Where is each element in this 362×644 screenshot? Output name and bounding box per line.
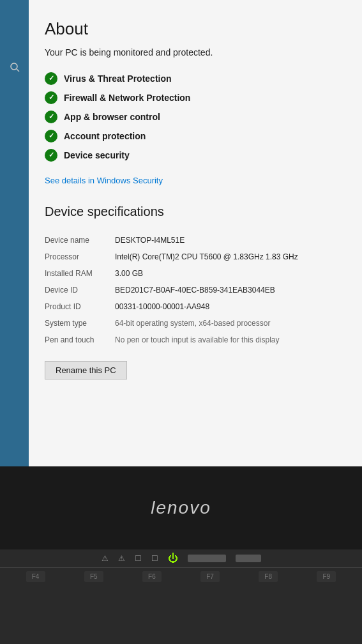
- security-item-label: Firewall & Network Protection: [64, 93, 190, 103]
- security-item-label: Device security: [64, 150, 130, 160]
- lenovo-logo: lenovo: [151, 498, 211, 518]
- function-keys-row: F4 F5 F6 F7 F8 F9: [0, 567, 362, 585]
- spec-label: Processor: [45, 249, 115, 265]
- check-icon-firewall: [45, 91, 57, 104]
- status-pill-1: [188, 555, 226, 562]
- check-icon-device: [45, 149, 57, 162]
- spec-label: Product ID: [45, 298, 115, 315]
- page-title: About: [45, 19, 346, 39]
- spec-value: DESKTOP-I4ML51E: [115, 232, 346, 249]
- key-f9[interactable]: F9: [317, 571, 336, 582]
- table-row: Installed RAM 3.00 GB: [45, 265, 346, 282]
- list-item: App & browser control: [45, 111, 346, 123]
- check-icon-virus: [45, 72, 57, 85]
- power-icon: ⏻: [168, 553, 178, 564]
- spec-label: Pen and touch: [45, 332, 115, 348]
- security-item-label: Account protection: [64, 131, 146, 141]
- warning-icon-2: ⚠: [118, 554, 125, 563]
- security-item-label: App & browser control: [64, 112, 160, 122]
- spec-value: 64-bit operating system, x64-based proce…: [115, 315, 346, 332]
- list-item: Account protection: [45, 130, 346, 142]
- status-pill-2: [236, 555, 261, 562]
- keyboard-area: ⚠ ⚠ ☐ ☐ ⏻ F4 F5 F6 F7 F8 F9: [0, 549, 362, 644]
- display-icon-2: ☐: [151, 554, 158, 563]
- see-details-link[interactable]: See details in Windows Security: [45, 176, 163, 185]
- list-item: Firewall & Network Protection: [45, 91, 346, 104]
- spec-value: BED201C7-B0AF-40EC-B859-341EAB3044EB: [115, 282, 346, 298]
- spec-label: System type: [45, 315, 115, 332]
- main-content: About Your PC is being monitored and pro…: [29, 0, 362, 466]
- security-list: Virus & Threat Protection Firewall & Net…: [45, 72, 346, 162]
- key-f4[interactable]: F4: [26, 571, 45, 582]
- key-f6[interactable]: F6: [142, 571, 162, 582]
- table-row: Device name DESKTOP-I4ML51E: [45, 232, 346, 249]
- table-row: Device ID BED201C7-B0AF-40EC-B859-341EAB…: [45, 282, 346, 298]
- check-icon-account: [45, 130, 57, 142]
- spec-label: Installed RAM: [45, 265, 115, 282]
- search-icon[interactable]: [5, 57, 24, 77]
- security-item-label: Virus & Threat Protection: [64, 73, 172, 84]
- keyboard-icons-row: ⚠ ⚠ ☐ ☐ ⏻: [0, 549, 362, 567]
- key-f7[interactable]: F7: [200, 571, 220, 582]
- spec-label: Device ID: [45, 282, 115, 298]
- key-f5[interactable]: F5: [84, 571, 103, 582]
- page-subtitle: Your PC is being monitored and protected…: [45, 47, 223, 59]
- list-item: Device security: [45, 149, 346, 162]
- table-row: System type 64-bit operating system, x64…: [45, 315, 346, 332]
- svg-point-0: [11, 63, 17, 70]
- spec-value: Intel(R) Core(TM)2 CPU T5600 @ 1.83GHz 1…: [115, 249, 346, 265]
- rename-pc-button[interactable]: Rename this PC: [45, 361, 127, 379]
- spec-label: Device name: [45, 232, 115, 249]
- sidebar: [0, 0, 29, 466]
- device-specs-title: Device specifications: [45, 204, 346, 219]
- check-icon-browser: [45, 111, 57, 123]
- table-row: Processor Intel(R) Core(TM)2 CPU T5600 @…: [45, 249, 346, 265]
- specs-table: Device name DESKTOP-I4ML51E Processor In…: [45, 232, 346, 348]
- lenovo-branding: lenovo: [0, 466, 362, 549]
- warning-icon: ⚠: [102, 554, 109, 563]
- list-item: Virus & Threat Protection: [45, 72, 346, 85]
- screen-area: About Your PC is being monitored and pro…: [0, 0, 362, 466]
- svg-line-1: [17, 69, 19, 72]
- spec-value: 00331-10000-00001-AA948: [115, 298, 346, 315]
- table-row: Product ID 00331-10000-00001-AA948: [45, 298, 346, 315]
- key-f8[interactable]: F8: [259, 571, 278, 582]
- table-row: Pen and touch No pen or touch input is a…: [45, 332, 346, 348]
- spec-value: No pen or touch input is available for t…: [115, 332, 346, 348]
- display-icon: ☐: [135, 554, 142, 563]
- spec-value: 3.00 GB: [115, 265, 346, 282]
